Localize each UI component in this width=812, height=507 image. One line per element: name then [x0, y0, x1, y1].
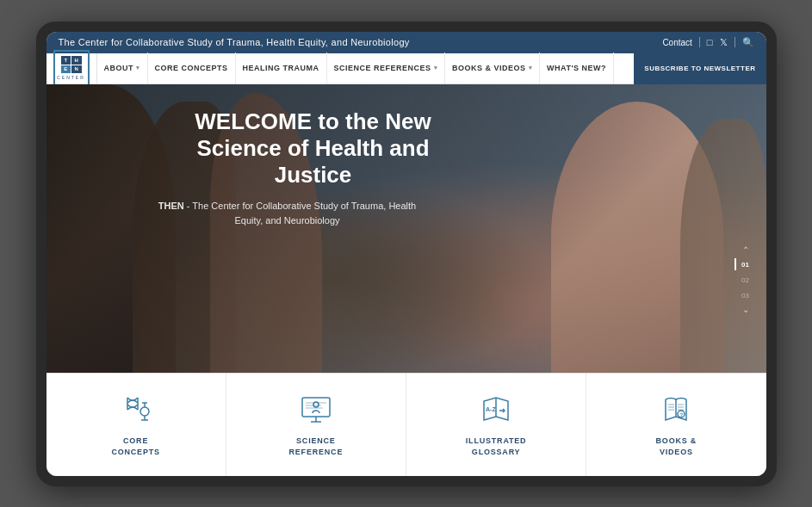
chevron-down-icon-2: ▾ — [434, 65, 438, 71]
hero-title: WELCOME to the New Science of Health and… — [158, 108, 468, 189]
bottom-cards: CORE CONCEPTS — [46, 373, 766, 476]
card-illustrated-glossary-label: ILLUSTRATED GLOSSARY — [466, 436, 527, 457]
logo-center-label: CENTER — [57, 75, 85, 80]
card-core-concepts[interactable]: CORE CONCEPTS — [46, 374, 226, 476]
logo-h: H — [75, 58, 78, 63]
top-bar-actions: Contact □ 𝕏 🔍 — [662, 37, 753, 48]
nav-wrapper: T H E N CENTER — [46, 53, 766, 84]
card-illustrated-glossary[interactable]: A-Z ILLUSTRATED GLOSSARY — [406, 374, 586, 476]
browser-window: The Center for Collaborative Study of Tr… — [46, 32, 766, 476]
svg-text:?: ? — [680, 412, 684, 417]
scroll-indicator-2[interactable]: 02 — [737, 274, 754, 286]
monitor-data-icon — [297, 391, 335, 429]
twitter-icon[interactable]: 𝕏 — [720, 37, 728, 48]
scroll-indicator-3[interactable]: 03 — [737, 289, 754, 301]
logo-e: E — [64, 66, 67, 71]
chevron-down-icon: ▾ — [136, 65, 140, 71]
open-book-icon: ? — [657, 391, 695, 429]
hero-subtitle: THEN - The Center for Collaborative Stud… — [158, 199, 417, 227]
divider — [699, 37, 700, 47]
site-tagline: The Center for Collaborative Study of Tr… — [59, 37, 410, 47]
hero-then-label: THEN — [158, 201, 184, 211]
logo-t: T — [64, 58, 67, 63]
instagram-icon[interactable]: □ — [707, 37, 713, 47]
nav-item-about[interactable]: ABOUT ▾ — [97, 53, 148, 83]
card-books-videos[interactable]: ? BOOKS & VIDEOS — [586, 374, 766, 476]
nav-item-whats-new[interactable]: WHAT'S NEW? — [540, 53, 614, 83]
card-science-reference[interactable]: SCIENCE REFERENCE — [226, 374, 406, 476]
nav-item-healing-trauma[interactable]: HEALING TRAUMA — [236, 53, 327, 83]
search-icon[interactable]: 🔍 — [742, 37, 754, 48]
scroll-indicator-1[interactable]: 01 — [737, 258, 754, 270]
hero-section: WELCOME to the New Science of Health and… — [46, 84, 766, 476]
nav-links: ABOUT ▾ CORE CONCEPTS HEALING TRAUMA SCI… — [97, 53, 635, 83]
divider2 — [735, 37, 735, 47]
hero-content: WELCOME to the New Science of Health and… — [46, 84, 766, 373]
top-bar: The Center for Collaborative Study of Tr… — [46, 32, 766, 53]
logo-area: T H E N CENTER — [46, 53, 97, 83]
scroll-down-arrow[interactable]: ⌄ — [742, 305, 749, 314]
chevron-down-icon-3: ▾ — [529, 65, 533, 71]
az-book-icon: A-Z — [477, 391, 515, 429]
scroll-up-arrow[interactable]: ⌃ — [742, 245, 749, 255]
logo-n: N — [75, 66, 78, 71]
svg-text:A-Z: A-Z — [486, 406, 496, 412]
svg-point-0 — [140, 407, 149, 416]
nav-item-science-references[interactable]: SCIENCE REFERENCES ▾ — [327, 53, 446, 83]
device-frame: The Center for Collaborative Study of Tr… — [36, 22, 777, 486]
dna-microscope-icon — [117, 391, 155, 429]
contact-link[interactable]: Contact — [662, 38, 691, 47]
nav-item-core-concepts[interactable]: CORE CONCEPTS — [148, 53, 236, 83]
subscribe-button[interactable]: SUBSCRIBE TO NEWSLETTER — [634, 53, 766, 84]
card-books-videos-label: BOOKS & VIDEOS — [656, 436, 697, 457]
card-core-concepts-label: CORE CONCEPTS — [111, 436, 159, 457]
card-science-reference-label: SCIENCE REFERENCE — [289, 436, 344, 457]
scroll-indicators: ⌃ 01 02 03 ⌄ — [737, 245, 754, 314]
nav-item-books-videos[interactable]: BOOKS & VIDEOS ▾ — [445, 53, 540, 83]
hero-subtitle-text: - The Center for Collaborative Study of … — [184, 201, 416, 226]
